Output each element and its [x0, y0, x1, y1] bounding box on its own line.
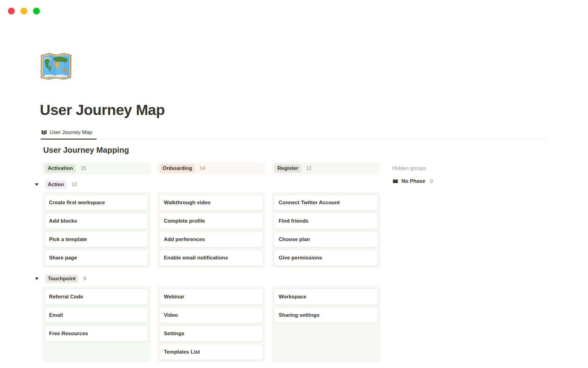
board-column-activation: Create first workspaceAdd blocksPick a t…: [42, 192, 151, 268]
group-columns-action: Create first workspaceAdd blocksPick a t…: [42, 192, 382, 268]
card[interactable]: Walkthrough video: [159, 194, 263, 211]
column-header-activation: Activation15: [42, 162, 151, 174]
world-map-icon: [40, 52, 72, 81]
page-title: User Journey Map: [40, 102, 165, 118]
card[interactable]: Templates List: [159, 344, 263, 360]
board-view-icon: [41, 130, 47, 135]
column-badge-activation[interactable]: Activation: [45, 164, 76, 173]
group-header-action: Action12: [35, 180, 382, 189]
board: Activation15Onboarding14Register12 Actio…: [42, 162, 382, 362]
column-header-register: Register12: [272, 162, 380, 174]
card[interactable]: Give permissions: [274, 250, 378, 266]
card[interactable]: Email: [44, 307, 148, 323]
board-column-onboarding: Walkthrough videoComplete profileAdd per…: [157, 192, 266, 268]
group-count: 9: [83, 276, 86, 282]
card[interactable]: Free Resources: [44, 325, 148, 342]
hidden-group-no-phase[interactable]: No Phase 0: [392, 177, 433, 186]
board-column-register: WorkspaceSharing settings: [272, 286, 380, 362]
traffic-light-close[interactable]: [8, 8, 15, 14]
hidden-group-count: 0: [430, 178, 433, 184]
card[interactable]: Choose plan: [274, 231, 378, 247]
column-count: 14: [200, 166, 205, 171]
window-controls: [8, 8, 40, 14]
card[interactable]: Find friends: [274, 213, 378, 229]
card[interactable]: Referral Code: [44, 289, 148, 305]
column-badge-register[interactable]: Register: [275, 164, 301, 173]
card[interactable]: Settings: [159, 325, 263, 342]
tab-label: User Journey Map: [50, 129, 92, 136]
column-badge-onboarding[interactable]: Onboarding: [160, 164, 195, 173]
group-count: 12: [72, 182, 77, 187]
group-columns-touchpoint: Referral CodeEmailFree ResourcesWebinarV…: [42, 286, 382, 362]
card[interactable]: Sharing settings: [274, 307, 378, 323]
column-count: 12: [306, 166, 311, 171]
card[interactable]: Add blocks: [44, 213, 148, 229]
card[interactable]: Complete profile: [159, 213, 263, 229]
page-icon-world-map[interactable]: [40, 52, 72, 81]
tab-user-journey-map[interactable]: User Journey Map: [41, 129, 96, 140]
hidden-groups-label: Hidden groups: [392, 162, 433, 174]
card[interactable]: Workspace: [274, 289, 378, 305]
card[interactable]: Connect Twitter Account: [274, 194, 378, 211]
collapse-triangle-icon[interactable]: [35, 183, 39, 186]
board-groups: Action12Create first workspaceAdd blocks…: [42, 180, 382, 362]
column-headers: Activation15Onboarding14Register12: [42, 162, 382, 174]
card[interactable]: Video: [159, 307, 263, 323]
traffic-light-zoom[interactable]: [33, 8, 40, 14]
traffic-light-minimize[interactable]: [21, 8, 27, 14]
group-header-touchpoint: Touchpoint9: [35, 274, 382, 283]
view-tabs: User Journey Map: [41, 129, 546, 139]
card[interactable]: Create first workspace: [44, 194, 148, 211]
notion-window: User Journey Map User Journey Map User J…: [0, 0, 588, 368]
card[interactable]: Add perferences: [159, 231, 263, 247]
hidden-groups-panel: Hidden groups No Phase 0: [392, 162, 433, 186]
board-column-activation: Referral CodeEmailFree Resources: [42, 286, 151, 362]
hidden-group-name: No Phase: [401, 178, 425, 184]
card[interactable]: Webinar: [159, 289, 263, 305]
group-badge-touchpoint[interactable]: Touchpoint: [45, 274, 78, 283]
card[interactable]: Pick a template: [44, 231, 148, 247]
section-heading: User Journey Mapping: [43, 145, 129, 155]
collapse-triangle-icon[interactable]: [35, 278, 39, 280]
column-header-onboarding: Onboarding14: [157, 162, 266, 174]
card[interactable]: Share page: [44, 250, 148, 266]
group-badge-action[interactable]: Action: [45, 180, 67, 189]
board-column-register: Connect Twitter AccountFind friendsChoos…: [272, 192, 380, 268]
board-column-onboarding: WebinarVideoSettingsTemplates List: [157, 286, 266, 362]
card[interactable]: Enable email notifications: [159, 250, 263, 266]
inbox-icon: [392, 178, 398, 184]
column-count: 15: [81, 166, 86, 171]
